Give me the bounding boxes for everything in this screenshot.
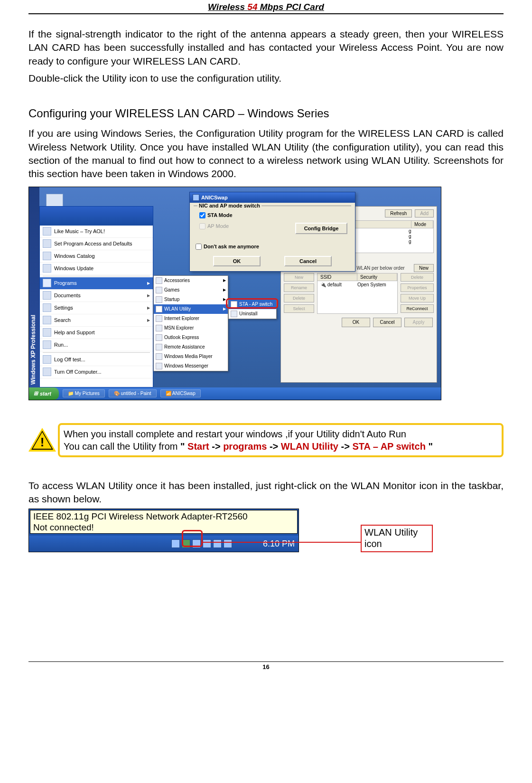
sidebar-item-run[interactable]: Run... <box>40 339 153 351</box>
submenu-startup[interactable]: Startup▶ <box>154 295 228 304</box>
wmp-icon <box>156 353 162 360</box>
submenu-messenger[interactable]: Windows Messenger <box>154 361 228 371</box>
sidebar-item-aol[interactable]: Like Music – Try AOL! <box>40 226 153 238</box>
documents-icon <box>43 291 51 300</box>
sta-mode-checkbox[interactable]: STA Mode <box>197 211 347 220</box>
dialog-cancel-button[interactable]: Cancel <box>284 256 332 266</box>
task-paint[interactable]: 🎨 untitled - Paint <box>109 389 157 397</box>
submenu-wmp[interactable]: Windows Media Player <box>154 352 228 361</box>
tray-icon-6[interactable] <box>224 539 232 548</box>
add-button[interactable]: Add <box>415 209 434 217</box>
sidebar-item-programs[interactable]: Programs▶ <box>40 277 153 290</box>
aol-icon <box>43 227 51 236</box>
submenu-outlook[interactable]: Outlook Express <box>154 333 228 342</box>
btn-new2[interactable]: New <box>284 273 314 282</box>
header-mid: 54 <box>247 2 257 12</box>
dialog-ok-button[interactable]: OK <box>213 256 261 266</box>
paragraph-2: Double-click the Utility icon to use the… <box>28 72 504 85</box>
sidebar-item-logoff[interactable]: Log Off test... <box>40 354 153 366</box>
tooltip-line2: Not connected! <box>33 522 294 533</box>
group-label: NIC and AP mode switch <box>197 203 261 208</box>
btn-moveup[interactable]: Move Up <box>401 294 434 302</box>
sidebar-item-update[interactable]: Windows Update <box>40 263 153 275</box>
folder-icon <box>156 287 162 293</box>
ssid-table: SSID Security 🔌 default Open System <box>317 273 398 314</box>
sidebar-item-shutdown[interactable]: Turn Off Computer... <box>40 366 153 378</box>
logoff-icon <box>43 355 51 364</box>
table-row[interactable]: 🔌 default Open System <box>317 281 397 288</box>
sidebar-item-search[interactable]: Search▶ <box>40 314 153 327</box>
access-icon <box>43 239 51 248</box>
task-anicswap[interactable]: 📶 ANICSwap <box>160 389 201 397</box>
header-pre: Wireless <box>208 2 247 12</box>
section-heading: Configuring your WIRELESS LAN CARD – Win… <box>28 107 504 120</box>
page-header-title: Wireless 54 Mbps PCI Card <box>28 2 504 12</box>
warning-icon: ! <box>28 428 56 453</box>
submenu-msn[interactable]: MSN Explorer <box>154 323 228 333</box>
backwin-ok[interactable]: OK <box>342 318 370 327</box>
btn-select[interactable]: Select <box>284 304 314 313</box>
page-number: 16 <box>262 663 269 670</box>
screenshot-start-menu: Windows XP Professional Internet Explore… <box>28 187 441 400</box>
wm-icon <box>156 363 162 369</box>
settings-icon <box>43 303 51 312</box>
dialog-titlebar[interactable]: ANICSwap <box>190 192 355 203</box>
sidebar-item-settings[interactable]: Settings▶ <box>40 302 153 314</box>
run-icon <box>43 340 51 349</box>
header-rule <box>28 13 504 14</box>
submenu-wlan-utility[interactable]: WLAN Utility▶ <box>154 304 228 314</box>
callout-line <box>202 542 361 543</box>
warning-callout: ! When you install complete and restart … <box>28 423 504 457</box>
sidebar-item-access[interactable]: Set Program Access and Defaults <box>40 238 153 250</box>
tray-wlan-icon[interactable] <box>182 539 190 548</box>
refresh-button[interactable]: Refresh <box>385 209 412 217</box>
uninstall-icon <box>231 311 237 317</box>
tray-icon-1[interactable] <box>171 539 180 548</box>
submenu-ie[interactable]: Internet Explorer <box>154 314 228 323</box>
menu-sta-ap-switch[interactable]: STA - AP switch <box>229 300 276 309</box>
submenu-programs: Accessories▶ Games▶ Startup▶ WLAN Utilit… <box>153 275 228 371</box>
submenu-remote[interactable]: Remote Assistance <box>154 342 228 352</box>
paragraph-4: To access WLAN Utility once it has been … <box>28 479 504 506</box>
sidebar-item-documents[interactable]: Documents▶ <box>40 290 153 302</box>
submenu-games[interactable]: Games▶ <box>154 285 228 295</box>
new-button[interactable]: New <box>414 264 434 272</box>
submenu-accessories[interactable]: Accessories▶ <box>154 276 228 285</box>
warning-text: When you install complete and restart yo… <box>58 423 504 457</box>
start-button[interactable]: ⊞start <box>29 387 59 400</box>
tray-icon-3[interactable] <box>192 539 201 548</box>
btn-delete2[interactable]: Delete <box>401 273 434 282</box>
system-tray: 6:10 PM <box>29 536 299 552</box>
tray-icon-5[interactable] <box>213 539 222 548</box>
btn-rename[interactable]: Rename <box>284 283 314 292</box>
task-mypictures[interactable]: 📁 My Pictures <box>63 389 105 397</box>
config-bridge-button[interactable]: Config Bridge <box>295 223 347 234</box>
dialog-icon <box>193 194 199 201</box>
folder-icon <box>156 277 162 284</box>
screenshot-taskbar: IEEE 802.11g PCI Wireless Network Adapte… <box>28 509 299 552</box>
search-icon <box>43 316 51 324</box>
header-post: Mbps PCI Card <box>258 2 324 12</box>
paragraph-1: If the signal-strength indicator to the … <box>28 28 504 68</box>
shutdown-icon <box>43 368 51 376</box>
backwin-cancel[interactable]: Cancel <box>373 318 401 327</box>
sidebar-item-help[interactable]: Help and Support <box>40 327 153 339</box>
page-footer: 16 <box>28 661 504 670</box>
sidebar-item-catalog[interactable]: Windows Catalog <box>40 250 153 263</box>
col-security: Security <box>357 274 397 281</box>
taskbar: ⊞start 📁 My Pictures 🎨 untitled - Paint … <box>29 387 441 400</box>
menu-uninstall[interactable]: Uninstall <box>229 309 276 319</box>
start-menu: Like Music – Try AOL! Set Program Access… <box>39 206 153 387</box>
programs-icon <box>43 279 51 287</box>
btn-reconnect[interactable]: ReConnect <box>401 304 434 313</box>
col-ssid: SSID <box>317 274 357 281</box>
nic-ap-dialog: ANICSwap NIC and AP mode switch STA Mode… <box>189 192 355 272</box>
tray-icon-4[interactable] <box>203 539 211 548</box>
backwin-apply[interactable]: Apply <box>404 318 433 327</box>
btn-properties[interactable]: Properties <box>401 283 434 292</box>
catalog-icon <box>43 252 51 260</box>
tooltip-line1: IEEE 802.11g PCI Wireless Network Adapte… <box>33 511 294 522</box>
dont-ask-checkbox[interactable]: Don't ask me anymore <box>194 242 351 251</box>
btn-delete[interactable]: Delete <box>284 294 314 302</box>
callout-label: WLAN Utility icon <box>361 525 433 552</box>
